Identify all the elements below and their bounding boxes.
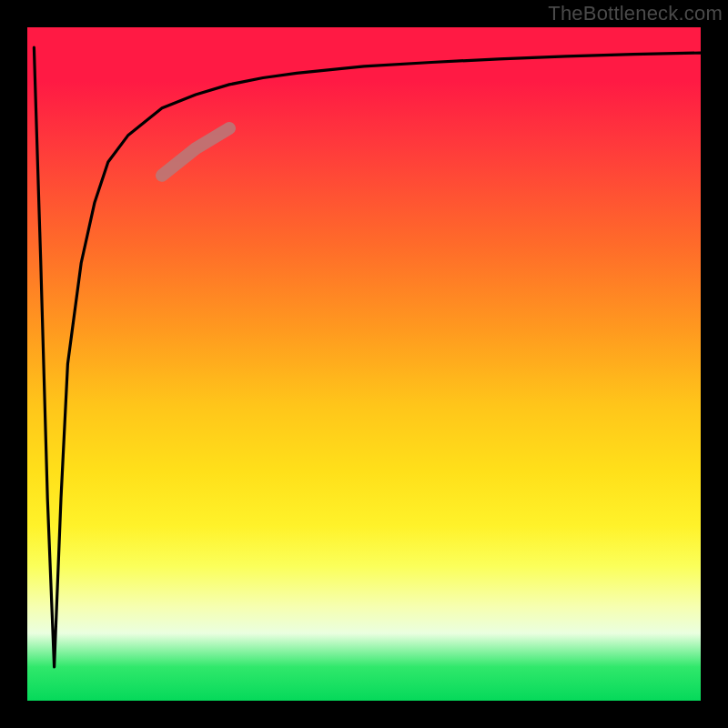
chart-plot-area <box>27 27 701 701</box>
chart-curve-layer <box>27 27 701 701</box>
highlight-segment <box>162 128 229 176</box>
bottleneck-curve <box>34 47 701 667</box>
watermark-text: TheBottleneck.com <box>548 2 723 25</box>
